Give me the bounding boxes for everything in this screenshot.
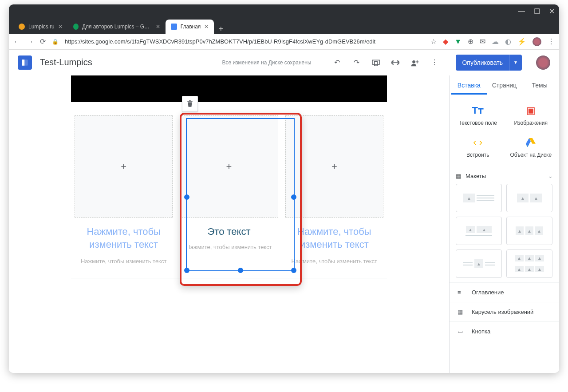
trash-icon — [187, 100, 193, 107]
window-controls: — ☐ ✕ — [9, 4, 559, 18]
window-close[interactable]: ✕ — [549, 7, 555, 16]
undo-icon[interactable]: ↶ — [332, 58, 341, 67]
layouts-header[interactable]: ▦ Макеты ⌄ — [450, 168, 559, 184]
tab-insert[interactable]: Вставка — [451, 75, 487, 95]
toolbar: ↶ ↷ ⋮ — [332, 58, 439, 67]
textbox-icon: Tᴛ — [453, 105, 503, 116]
insert-label: Встроить — [453, 152, 503, 158]
save-status: Все изменения на Диске сохранены — [222, 59, 311, 66]
browser-tab-lumpics[interactable]: Lumpics.ru ✕ — [13, 20, 68, 34]
preview-icon[interactable] — [371, 58, 380, 67]
window-minimize[interactable]: — — [518, 7, 525, 15]
section-divider — [71, 278, 387, 278]
layout-option[interactable]: ▲▲▲▲▲▲ — [506, 249, 552, 278]
list-label: Оглавление — [472, 289, 504, 296]
favicon — [171, 24, 177, 30]
insert-toc[interactable]: ≡ Оглавление — [450, 282, 559, 302]
share-icon[interactable] — [410, 58, 419, 67]
content-card-3[interactable]: + Нажмите, чтобы изменить текст Нажмите,… — [282, 115, 387, 265]
layouts-icon: ▦ — [456, 173, 461, 179]
card-title[interactable]: Нажмите, чтобы изменить текст — [75, 226, 173, 251]
publish-button[interactable]: Опубликовать ▼ — [456, 55, 522, 71]
nav-back-icon[interactable]: ← — [13, 38, 20, 46]
link-icon[interactable] — [391, 58, 400, 67]
browser-tabs: Lumpics.ru ✕ Для авторов Lumpics – Googl… — [9, 18, 559, 34]
layout-option[interactable]: ▲ — [456, 249, 502, 278]
tab-close-icon[interactable]: ✕ — [156, 24, 160, 30]
layouts-grid: ▲ ▲▲ ▲▲ ▲▲▲ ▲ ▲▲▲▲▲▲ — [450, 184, 559, 282]
extension-icon[interactable]: ✉ — [480, 37, 485, 46]
browser-tab-googledoc[interactable]: Для авторов Lumpics – Google Д ✕ — [68, 20, 166, 34]
user-avatar[interactable] — [536, 55, 550, 70]
embed-icon: ‹ › — [453, 137, 503, 148]
collapse-icon[interactable]: ⌄ — [548, 173, 553, 179]
resize-handle[interactable] — [184, 194, 189, 200]
layouts-label: Макеты — [465, 173, 486, 179]
page-header-block[interactable] — [71, 75, 387, 102]
tab-close-icon[interactable]: ✕ — [204, 24, 209, 30]
resize-handle[interactable] — [291, 194, 296, 200]
svg-point-4 — [413, 60, 416, 63]
tab-close-icon[interactable]: ✕ — [58, 24, 63, 30]
tab-themes[interactable]: Темы — [522, 75, 557, 95]
delete-section-button[interactable] — [182, 96, 198, 112]
address-bar: ← → ⟳ 🔒 https://sites.google.com/s/1faFg… — [9, 34, 559, 50]
layout-option[interactable]: ▲▲ — [456, 217, 502, 245]
svg-rect-3 — [375, 61, 377, 66]
resize-handle[interactable] — [238, 268, 243, 273]
browser-tab-main[interactable]: Главная ✕ — [166, 20, 214, 34]
publish-dropdown-icon[interactable]: ▼ — [509, 55, 522, 71]
card-subtitle[interactable]: Нажмите, чтобы изменить текст — [81, 258, 166, 265]
tab-label: Lumpics.ru — [28, 24, 55, 30]
content-card-1[interactable]: + Нажмите, чтобы изменить текст Нажмите,… — [71, 115, 176, 265]
resize-handle[interactable] — [291, 268, 296, 273]
image-placeholder[interactable]: + — [285, 115, 383, 218]
url-field[interactable]: https://sites.google.com/s/1faFgTWSXDCvR… — [65, 38, 424, 45]
browser-menu-icon[interactable]: ⋮ — [548, 37, 555, 46]
redo-icon[interactable]: ↷ — [352, 58, 361, 67]
more-icon[interactable]: ⋮ — [430, 58, 439, 67]
insert-textbox[interactable]: Tᴛ Текстовое поле — [451, 99, 505, 131]
extension-icon[interactable]: ☁ — [492, 37, 499, 46]
window-maximize[interactable]: ☐ — [534, 7, 540, 16]
layout-option[interactable]: ▲ — [456, 184, 502, 212]
extension-icon[interactable]: ◐ — [505, 37, 511, 46]
svg-rect-2 — [372, 60, 379, 64]
insert-image[interactable]: ▣ Изображения — [505, 99, 558, 131]
profile-avatar-icon[interactable] — [532, 37, 541, 46]
new-tab-button[interactable]: + — [214, 24, 228, 34]
sites-logo-icon[interactable] — [18, 55, 32, 70]
insert-carousel[interactable]: ▦ Карусель изображений — [450, 302, 559, 321]
side-tabs: Вставка Страниц Темы — [450, 75, 559, 95]
list-label: Карусель изображений — [472, 309, 533, 315]
insert-drive[interactable]: Объект на Диске — [505, 131, 558, 163]
favicon — [73, 24, 79, 30]
card-title[interactable]: Нажмите, чтобы изменить текст — [285, 226, 383, 251]
list-label: Кнопка — [472, 328, 490, 335]
nav-forward-icon[interactable]: → — [27, 38, 34, 46]
image-icon: ▣ — [506, 105, 556, 116]
insert-button[interactable]: ▭ Кнопка — [450, 321, 559, 341]
canvas-area[interactable]: + Нажмите, чтобы изменить текст Нажмите,… — [9, 75, 449, 373]
drive-icon — [506, 137, 556, 148]
nav-reload-icon[interactable]: ⟳ — [40, 37, 46, 46]
favicon — [19, 24, 25, 30]
tab-label: Главная — [181, 24, 201, 30]
card-subtitle[interactable]: Нажмите, чтобы изменить текст — [292, 258, 377, 265]
image-placeholder[interactable]: + — [75, 115, 173, 218]
publish-label: Опубликовать — [456, 59, 509, 66]
extension-icon[interactable]: ⊕ — [468, 37, 473, 46]
resize-handle[interactable] — [184, 268, 189, 273]
site-name-input[interactable]: Test-Lumpics — [40, 57, 92, 67]
insert-embed[interactable]: ‹ › Встроить — [451, 131, 505, 163]
lock-icon: 🔒 — [52, 39, 59, 45]
selection-outline — [186, 118, 295, 271]
layout-option[interactable]: ▲▲▲ — [506, 217, 552, 245]
layout-option[interactable]: ▲▲ — [506, 184, 552, 212]
tab-pages[interactable]: Страниц — [487, 75, 522, 95]
extension-icon[interactable]: ⚡ — [517, 37, 526, 46]
extension-icon[interactable]: ▼ — [454, 38, 462, 46]
insert-label: Текстовое поле — [453, 120, 503, 126]
star-icon[interactable]: ☆ — [430, 37, 437, 46]
extension-icon[interactable]: ◆ — [443, 37, 448, 46]
